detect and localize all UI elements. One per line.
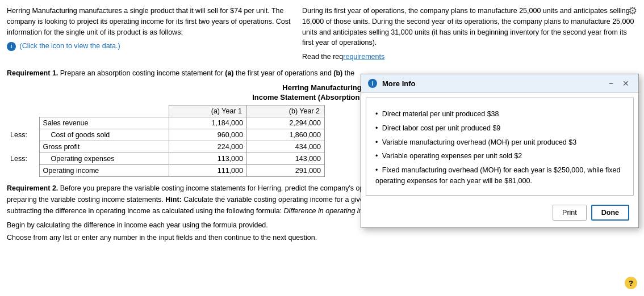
modal-info-list: Direct material per unit produced $38 Di… xyxy=(375,107,624,188)
income-statement-table: (a) Year 1 (b) Year 2 Sales revenue 1,18… xyxy=(7,105,325,177)
cogs-year-b: 1,860,000 xyxy=(246,129,324,141)
opincome-year-a: 111,000 xyxy=(169,164,246,176)
table-row: Less: Cost of goods sold 960,000 1,860,0… xyxy=(7,129,325,141)
modal-item-4: Variable operating expenses per unit sol… xyxy=(375,149,624,163)
modal-item-5: Fixed manufacturing overhead (MOH) for e… xyxy=(375,163,624,188)
table-row: Sales revenue 1,184,000 2,294,000 xyxy=(7,117,325,129)
modal-item-1: Direct material per unit produced $38 xyxy=(375,107,624,121)
row-label-operating-income: Operating income xyxy=(39,164,169,176)
done-button[interactable]: Done xyxy=(591,205,629,221)
cogs-year-a: 960,000 xyxy=(169,129,246,141)
gross-profit-year-a: 224,000 xyxy=(169,141,246,153)
opincome-year-b: 291,000 xyxy=(246,164,324,176)
gross-profit-year-b: 434,000 xyxy=(246,141,324,153)
help-icon[interactable]: ? xyxy=(625,277,637,289)
year-b-header: (b) Year 2 xyxy=(246,105,324,117)
modal-footer: Print Done xyxy=(361,200,638,227)
table-row: Gross profit 224,000 434,000 xyxy=(7,141,325,153)
click-icon-link[interactable]: (Click the icon to view the data.) xyxy=(19,42,120,50)
modal-info-icon: i xyxy=(368,79,377,88)
row-label-sales: Sales revenue xyxy=(39,117,169,129)
gear-icon[interactable]: ⚙ xyxy=(628,5,637,17)
choose-text: Choose from any list or enter any number… xyxy=(7,234,637,242)
sales-year-b: 2,294,000 xyxy=(246,117,324,129)
right-description: During its first year of operations, the… xyxy=(302,6,637,62)
table-row: Operating income 111,000 291,000 xyxy=(7,164,325,176)
less-label-cogs: Less: xyxy=(7,129,39,141)
left-description-text: Herring Manufacturing manufactures a sin… xyxy=(7,6,291,37)
row-label-gross-profit: Gross profit xyxy=(39,141,169,153)
modal-minimize-button[interactable]: − xyxy=(607,79,616,88)
modal-close-button[interactable]: ✕ xyxy=(620,79,632,88)
sales-year-a: 1,184,000 xyxy=(169,117,246,129)
modal-item-3: Variable manufacturing overhead (MOH) pe… xyxy=(375,136,624,150)
print-button[interactable]: Print xyxy=(553,205,587,221)
modal-body: Direct material per unit produced $38 Di… xyxy=(366,98,634,196)
row-label-opex: Operating expenses xyxy=(39,153,169,164)
modal-title: More Info xyxy=(382,79,607,88)
opex-year-b: 143,000 xyxy=(246,153,324,164)
modal-item-2: Direct labor cost per unit produced $9 xyxy=(375,121,624,136)
requirements-link[interactable]: requirements xyxy=(343,53,384,61)
right-description-text: During its first year of operations, the… xyxy=(302,6,637,48)
modal-header: i More Info − ✕ xyxy=(361,74,638,93)
read-text: Read the req xyxy=(302,53,343,61)
year-a-header: (a) Year 1 xyxy=(169,105,246,117)
info-icon-left[interactable]: i xyxy=(7,42,16,51)
more-info-modal: i More Info − ✕ Direct material per unit… xyxy=(361,74,639,228)
row-label-cogs: Cost of goods sold xyxy=(39,129,169,141)
left-description: Herring Manufacturing manufactures a sin… xyxy=(7,6,291,62)
opex-year-a: 113,000 xyxy=(169,153,246,164)
less-label-opex: Less: xyxy=(7,153,39,164)
table-row: Less: Operating expenses 113,000 143,000 xyxy=(7,153,325,164)
